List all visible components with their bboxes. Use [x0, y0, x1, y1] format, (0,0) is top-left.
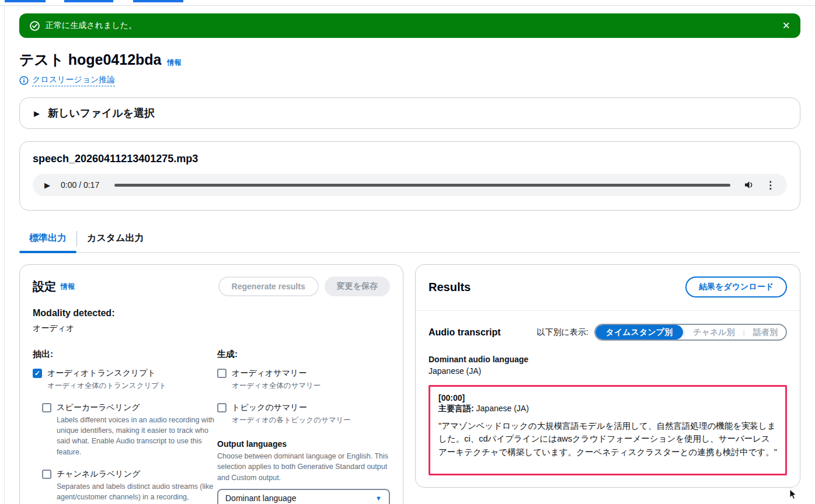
- transcript-timestamp: [00:00]: [438, 393, 777, 402]
- extract-section-label: 抽出:: [33, 349, 217, 360]
- chevron-down-icon: ▼: [375, 495, 382, 502]
- regenerate-results-button[interactable]: Regenerate results: [218, 276, 319, 296]
- option-speaker-labeling: スピーカーラベリング Labels different voices in an…: [42, 402, 217, 457]
- modality-detected-value: オーディオ: [33, 323, 390, 334]
- checkbox-label[interactable]: トピックのサマリー: [232, 402, 307, 413]
- checkbox-label[interactable]: オーディオサマリー: [232, 368, 307, 379]
- player-menu-icon[interactable]: ⋮: [765, 179, 775, 191]
- modality-detected-label: Modality detected:: [33, 308, 390, 318]
- tab-label: カスタム出力: [87, 233, 144, 243]
- flash-message: 正常に生成されました。: [46, 20, 137, 31]
- transcript-language-value: Japanese (JA): [474, 404, 529, 413]
- checkbox-channel-labeling[interactable]: [42, 470, 51, 479]
- option-channel-labeling: チャンネルラベリング Separates and labels distinct…: [42, 469, 217, 504]
- checkbox-audio-summary[interactable]: [217, 369, 227, 378]
- output-tabs: 標準出力 カスタム出力: [19, 228, 800, 253]
- left-panel-border: [4, 6, 5, 504]
- output-language-select[interactable]: Dominant language ▼: [217, 489, 390, 504]
- settings-title: 設定: [33, 279, 56, 295]
- save-changes-button[interactable]: 変更を保存: [325, 276, 390, 296]
- cross-region-inference-link[interactable]: クロスリージョン推論: [32, 75, 115, 86]
- close-flashbar-button[interactable]: ×: [782, 19, 790, 32]
- display-by-label: 以下別に表示:: [537, 327, 594, 338]
- dominant-language-value: Japanese (JA): [429, 366, 787, 376]
- segment-by-timestamp[interactable]: タイムスタンプ別: [595, 325, 683, 340]
- checkbox-description: Labels different voices in an audio reco…: [57, 415, 217, 457]
- option-audio-transcript: ✓ オーディオトランスクリプト オーディオ全体のトランスクリプト: [33, 368, 217, 391]
- play-button[interactable]: ▶: [44, 181, 50, 190]
- tab-custom-output[interactable]: カスタム出力: [77, 228, 154, 252]
- expander-label: 新しいファイルを選択: [48, 106, 155, 120]
- segment-by-channel[interactable]: チャネル別: [685, 325, 743, 340]
- checkbox-audio-transcript[interactable]: ✓: [33, 369, 42, 378]
- tab-label: 標準出力: [29, 233, 67, 243]
- check-icon: ✓: [34, 370, 40, 377]
- option-topic-summary: トピックのサマリー オーディオの各トピックのサマリー: [217, 402, 390, 425]
- checkbox-description: Separates and labels distinct audio stre…: [57, 481, 217, 504]
- top-tab-indicator[interactable]: [64, 0, 113, 2]
- results-panel: Results 結果をダウンロード Audio transcript 以下別に表…: [415, 264, 800, 488]
- page: 正常に生成されました。 × テスト hoge0412bda 情報 クロスリージョ…: [0, 0, 815, 504]
- info-icon: [19, 76, 29, 85]
- success-check-icon: [30, 21, 40, 31]
- audio-transcript-heading: Audio transcript: [429, 327, 501, 338]
- output-languages-label: Output languages: [217, 439, 390, 449]
- audio-file-card: speech_20260411213401275.mp3 ▶ 0:00 / 0:…: [19, 141, 800, 211]
- transcript-language-line: 主要言語: Japanese (JA): [438, 404, 777, 414]
- volume-icon[interactable]: [743, 180, 755, 190]
- segment-by-speaker[interactable]: 話者別: [745, 325, 786, 340]
- settings-info-link[interactable]: 情報: [61, 282, 75, 292]
- dominant-language-label: Dominant audio language: [429, 355, 787, 364]
- output-languages-description: Choose between dominant language or Engl…: [217, 451, 390, 482]
- mouse-cursor: [789, 489, 797, 503]
- top-tab-indicator[interactable]: [5, 0, 46, 2]
- playback-time: 0:00 / 0:17: [61, 180, 99, 190]
- tab-standard-output[interactable]: 標準出力: [19, 228, 76, 252]
- settings-panel: 設定 情報 Regenerate results 変更を保存 Modality …: [19, 264, 403, 504]
- transcript-text: "アマゾンベッドロックの大規模言語モデルを活用して、自然言語処理の機能を実装しま…: [438, 419, 777, 459]
- audio-player: ▶ 0:00 / 0:17 ⋮: [33, 174, 787, 196]
- audio-filename: speech_20260411213401275.mp3: [33, 153, 787, 165]
- transcript-highlight-box: [00:00] 主要言語: Japanese (JA) "アマゾンベッドロックの…: [429, 385, 787, 475]
- select-value: Dominant language: [225, 494, 296, 503]
- select-new-file-expander[interactable]: ▶ 新しいファイルを選択: [19, 97, 800, 129]
- checkbox-label[interactable]: チャンネルラベリング: [57, 469, 140, 480]
- checkbox-label[interactable]: オーディオトランスクリプト: [47, 368, 156, 379]
- generate-section-label: 生成:: [217, 349, 390, 360]
- transcript-language-label: 主要言語:: [438, 404, 474, 413]
- title-info-link[interactable]: 情報: [167, 58, 181, 68]
- checkbox-description: オーディオの各トピックのサマリー: [232, 415, 390, 425]
- checkbox-description: オーディオ全体のトランスクリプト: [47, 380, 217, 391]
- active-tab-underline: [19, 251, 76, 253]
- top-navigation-strip: [0, 0, 815, 6]
- display-mode-segmented-control: タイムスタンプ別 | チャネル別 | 話者別: [594, 324, 787, 341]
- checkbox-topic-summary[interactable]: [217, 403, 227, 412]
- results-title: Results: [429, 281, 471, 294]
- checkbox-speaker-labeling[interactable]: [42, 403, 51, 412]
- page-title: テスト hoge0412bda: [19, 50, 161, 69]
- top-tab-indicator[interactable]: [133, 0, 183, 2]
- checkbox-description: オーディオ全体のサマリー: [232, 380, 390, 391]
- caret-right-icon: ▶: [34, 109, 40, 118]
- option-audio-summary: オーディオサマリー オーディオ全体のサマリー: [217, 368, 390, 391]
- seek-bar[interactable]: [114, 184, 730, 187]
- success-flashbar: 正常に生成されました。 ×: [19, 13, 800, 38]
- download-results-button[interactable]: 結果をダウンロード: [685, 276, 787, 298]
- checkbox-label[interactable]: スピーカーラベリング: [57, 402, 140, 413]
